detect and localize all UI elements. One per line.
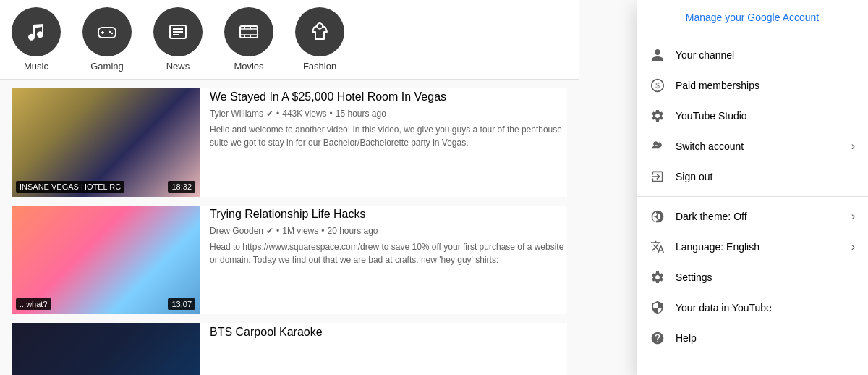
thumbnail-label-2: ...what? <box>16 298 51 310</box>
person-icon <box>650 47 665 63</box>
dark-theme-label: Dark theme: Off <box>676 211 841 222</box>
language-label: Language: English <box>676 241 841 253</box>
menu-item-settings[interactable]: Settings <box>637 262 868 292</box>
video-meta-1: Tyler Williams ✔ • 443K views • 15 hours… <box>210 109 567 119</box>
dark-theme-icon <box>650 208 665 224</box>
video-meta-2: Drew Gooden ✔ • 1M views • 20 hours ago <box>210 226 567 236</box>
dark-theme-chevron: › <box>851 210 855 223</box>
video-thumbnail-3[interactable] <box>12 323 200 375</box>
shield-icon <box>650 300 665 316</box>
video-desc-1: Hello and welcome to another video! In t… <box>210 123 567 149</box>
paid-memberships-label: Paid memberships <box>676 80 855 91</box>
dollar-icon: $ <box>650 77 665 93</box>
sign-out-label: Sign out <box>676 171 855 182</box>
youtube-studio-label: YouTube Studio <box>676 110 855 122</box>
language-chevron: › <box>851 240 855 253</box>
category-fashion[interactable]: Fashion <box>295 7 344 72</box>
svg-point-4 <box>109 31 111 33</box>
table-row: INSANE VEGAS HOTEL RC 18:32 We Stayed In… <box>12 88 567 197</box>
video-info-3: BTS Carpool Karaoke <box>210 323 567 375</box>
main-content: Music Gaming <box>0 0 579 375</box>
menu-item-switch-account[interactable]: Switch account › <box>637 131 868 161</box>
video-info-2: Trying Relationship Life Hacks Drew Good… <box>210 206 567 314</box>
manage-google-account-button[interactable]: Manage your Google Account <box>637 0 868 35</box>
svg-rect-10 <box>240 26 258 38</box>
switch-account-icon <box>650 138 665 154</box>
menu-item-sign-out[interactable]: Sign out <box>637 161 868 192</box>
signout-icon <box>650 169 665 185</box>
dropdown-section-1: Your channel $ Paid memberships YouTube … <box>637 35 868 197</box>
help-label: Help <box>676 332 855 344</box>
video-duration-1: 18:32 <box>168 181 195 193</box>
menu-item-youtube-studio[interactable]: YouTube Studio <box>637 101 868 131</box>
settings-label: Settings <box>676 271 855 283</box>
menu-item-help[interactable]: Help <box>637 323 868 353</box>
movies-icon <box>224 7 273 56</box>
dropdown-section-2: Dark theme: Off › Language: English › Se… <box>637 197 868 358</box>
category-news[interactable]: News <box>153 7 203 72</box>
table-row: ...what? 13:07 Trying Relationship Life … <box>12 206 567 314</box>
menu-item-paid-memberships[interactable]: $ Paid memberships <box>637 70 868 101</box>
category-music[interactable]: Music <box>12 7 61 72</box>
menu-item-your-channel[interactable]: Your channel <box>637 40 868 70</box>
music-icon <box>12 7 61 56</box>
your-channel-label: Your channel <box>676 49 855 61</box>
table-row: BTS Carpool Karaoke <box>12 323 567 375</box>
settings-icon <box>650 269 665 285</box>
news-label: News <box>166 61 190 72</box>
video-title-1[interactable]: We Stayed In A $25,000 Hotel Room In Veg… <box>210 90 567 105</box>
svg-point-5 <box>111 33 113 34</box>
thumbnail-label-1: INSANE VEGAS HOTEL RC <box>16 181 124 193</box>
svg-rect-0 <box>98 28 116 38</box>
video-thumbnail-2[interactable]: ...what? 13:07 <box>12 206 200 314</box>
menu-item-your-data[interactable]: Your data in YouTube <box>637 292 868 323</box>
movies-label: Movies <box>234 61 263 72</box>
your-data-label: Your data in YouTube <box>676 302 855 313</box>
category-gaming[interactable]: Gaming <box>82 7 132 72</box>
video-title-3[interactable]: BTS Carpool Karaoke <box>210 324 567 339</box>
gaming-label: Gaming <box>90 61 124 72</box>
video-desc-2: Head to https://www.squarespace.com/drew… <box>210 240 567 266</box>
account-dropdown: Manage your Google Account Your channel … <box>637 0 868 375</box>
help-icon <box>650 330 665 346</box>
music-label: Music <box>24 61 48 72</box>
news-icon <box>153 7 203 56</box>
studio-gear-icon <box>650 108 665 124</box>
menu-item-language[interactable]: Language: English › <box>637 232 868 262</box>
menu-item-dark-theme[interactable]: Dark theme: Off › <box>637 201 868 232</box>
category-movies[interactable]: Movies <box>224 7 273 72</box>
fashion-icon <box>295 7 344 56</box>
video-info-1: We Stayed In A $25,000 Hotel Room In Veg… <box>210 88 567 197</box>
language-icon <box>650 239 665 255</box>
video-title-2[interactable]: Trying Relationship Life Hacks <box>210 207 567 222</box>
switch-account-label: Switch account <box>676 140 841 152</box>
video-list: INSANE VEGAS HOTEL RC 18:32 We Stayed In… <box>0 80 579 375</box>
fashion-label: Fashion <box>303 61 336 72</box>
categories-bar: Music Gaming <box>0 0 579 80</box>
gaming-icon <box>82 7 132 56</box>
switch-account-chevron: › <box>851 140 855 153</box>
video-thumbnail-1[interactable]: INSANE VEGAS HOTEL RC 18:32 <box>12 88 200 197</box>
video-duration-2: 13:07 <box>168 298 195 310</box>
svg-text:$: $ <box>655 82 660 90</box>
